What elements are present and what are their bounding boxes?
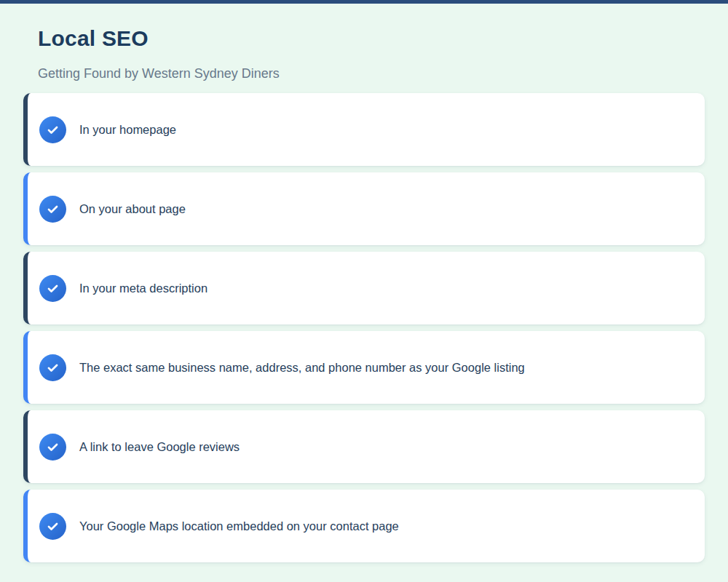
checklist-item-label: A link to leave Google reviews bbox=[79, 440, 240, 454]
top-accent-bar bbox=[0, 0, 728, 4]
checklist-item-label: In your homepage bbox=[79, 123, 176, 137]
checkmark-circle[interactable] bbox=[39, 116, 66, 143]
checkmark-circle[interactable] bbox=[39, 513, 66, 540]
check-icon bbox=[46, 361, 60, 375]
checkmark-circle[interactable] bbox=[39, 354, 66, 381]
checklist-item-label: Your Google Maps location embedded on yo… bbox=[79, 519, 399, 533]
page-subtitle: Getting Found by Western Sydney Diners bbox=[38, 66, 705, 81]
page-title: Local SEO bbox=[38, 27, 705, 50]
check-icon bbox=[46, 519, 60, 533]
page-header: Local SEO Getting Found by Western Sydne… bbox=[23, 27, 705, 81]
checklist-item[interactable]: On your about page bbox=[23, 172, 705, 245]
check-icon bbox=[46, 202, 60, 216]
checklist-item-label: In your meta description bbox=[79, 282, 207, 295]
check-icon bbox=[46, 282, 60, 295]
page-content: Local SEO Getting Found by Western Sydne… bbox=[0, 27, 728, 562]
checkmark-circle[interactable] bbox=[39, 196, 66, 223]
checklist-item[interactable]: In your meta description bbox=[23, 252, 705, 324]
checklist-item[interactable]: In your homepage bbox=[23, 93, 705, 166]
checklist-item-label: On your about page bbox=[79, 202, 186, 216]
checklist-item[interactable]: Your Google Maps location embedded on yo… bbox=[23, 490, 705, 562]
checklist-item-label: The exact same business name, address, a… bbox=[79, 361, 525, 375]
checkmark-circle[interactable] bbox=[39, 275, 66, 302]
check-icon bbox=[46, 440, 60, 454]
checklist: In your homepageOn your about pageIn you… bbox=[23, 93, 705, 562]
checklist-item[interactable]: The exact same business name, address, a… bbox=[23, 331, 705, 404]
checkmark-circle[interactable] bbox=[39, 434, 66, 461]
check-icon bbox=[46, 123, 60, 137]
checklist-item[interactable]: A link to leave Google reviews bbox=[23, 410, 705, 483]
